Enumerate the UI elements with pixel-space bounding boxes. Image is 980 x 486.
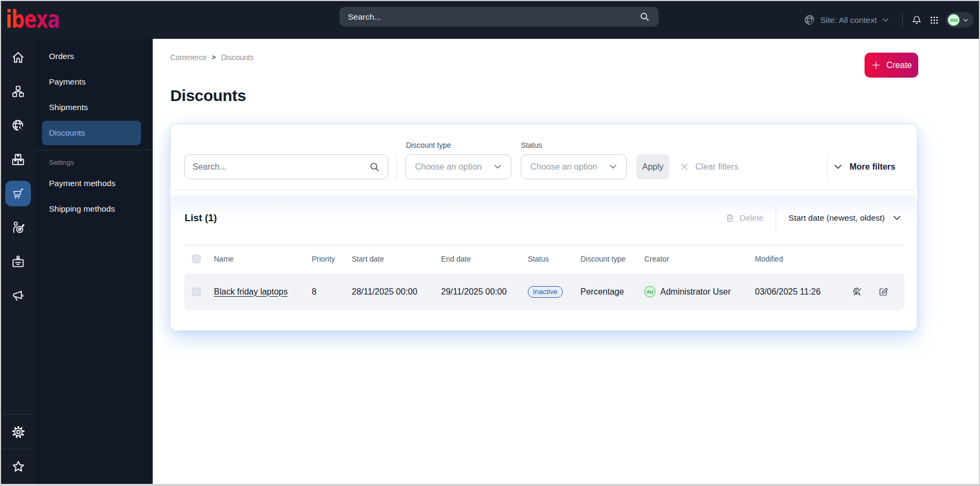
filter-search-input[interactable]: Search...	[184, 154, 388, 179]
plus-icon	[871, 60, 881, 70]
discount-name-link[interactable]: Black friday laptops	[214, 287, 288, 296]
sidebar-item-payment-methods[interactable]: Payment methods	[42, 171, 141, 196]
sidebar-item-payments[interactable]: Payments	[42, 70, 141, 94]
create-button-label: Create	[886, 61, 912, 70]
clear-filters-label: Clear filters	[695, 162, 738, 172]
chevron-down-icon	[833, 162, 843, 172]
sidebar-section-label: Settings	[49, 158, 153, 166]
sort-selector[interactable]: Start date (newest, oldest)	[788, 213, 902, 223]
grid-dots-icon	[929, 15, 939, 25]
rail-item-home[interactable]	[5, 45, 31, 70]
global-search-placeholder: Search...	[348, 12, 639, 22]
rail-item-settings[interactable]	[5, 419, 31, 445]
row-modified: 03/06/2025 11:26	[755, 287, 852, 297]
topbar: ibexa Search... Site: All context AU	[1, 1, 979, 39]
ibexa-logo[interactable]: ibexa	[6, 5, 60, 33]
row-checkbox[interactable]	[192, 288, 201, 296]
site-context-selector[interactable]: Site: All context	[803, 14, 890, 26]
rail-divider	[1, 414, 35, 415]
column-header-priority: Priority	[312, 255, 352, 263]
chevron-down-icon	[892, 213, 902, 223]
status-select[interactable]: Choose an option	[521, 154, 627, 179]
discount-type-select[interactable]: Choose an option	[405, 154, 511, 179]
rail-item-personalization[interactable]	[5, 215, 31, 240]
search-icon	[369, 161, 380, 173]
app-switcher-button[interactable]	[929, 14, 939, 26]
breadcrumb-discounts[interactable]: Discounts	[221, 53, 253, 62]
more-filters-label: More filters	[850, 162, 895, 172]
page-title: Discounts	[170, 87, 246, 105]
column-header-name: Name	[214, 255, 312, 263]
breadcrumb-commerce[interactable]: Commerce	[170, 53, 206, 62]
star-icon	[11, 459, 26, 474]
rail-item-products[interactable]	[5, 147, 31, 172]
clear-filters-button[interactable]: Clear filters	[680, 154, 738, 179]
megaphone-icon	[11, 289, 25, 303]
rail-item-content-tree[interactable]	[5, 79, 31, 104]
sidebar-menu: Orders Payments Shipments Discounts Sett…	[35, 39, 153, 484]
topbar-divider	[902, 13, 903, 27]
main-content: Commerce > Discounts Create Discounts Se…	[153, 39, 979, 484]
select-all-checkbox[interactable]	[192, 255, 201, 263]
column-header-creator: Creator	[644, 255, 755, 263]
row-creator: Administrator User	[660, 287, 730, 297]
user-menu[interactable]: AU	[946, 12, 974, 28]
column-header-start-date: Start date	[352, 255, 441, 263]
preview-disabled-icon[interactable]	[852, 287, 862, 297]
discount-type-value: Choose an option	[415, 162, 481, 172]
row-priority: 8	[312, 287, 352, 297]
column-header-discount-type: Discount type	[580, 255, 644, 263]
creator-avatar: AU	[644, 286, 655, 297]
filter-divider	[827, 155, 828, 179]
list-title: List (1)	[185, 212, 217, 224]
search-icon	[639, 11, 650, 22]
rail-item-site[interactable]	[5, 113, 31, 138]
rail-item-customer-portal[interactable]	[5, 249, 31, 274]
site-context-label: Site: All context	[820, 15, 877, 25]
chevron-down-icon	[962, 17, 969, 23]
topbar-right: Site: All context AU	[803, 1, 974, 39]
breadcrumb-separator: >	[212, 54, 215, 61]
delete-button[interactable]: Delete	[725, 213, 763, 223]
chevron-down-icon	[882, 16, 890, 24]
edit-icon[interactable]	[878, 287, 888, 297]
close-icon	[680, 162, 689, 171]
user-avatar: AU	[948, 14, 960, 26]
sidebar-item-orders[interactable]: Orders	[42, 44, 141, 69]
filters-panel: Search... Discount type Choose an option…	[170, 124, 917, 190]
column-header-end-date: End date	[441, 255, 528, 263]
personalization-icon	[11, 221, 25, 234]
global-search-input[interactable]: Search...	[339, 7, 659, 27]
row-discount-type: Percentage	[580, 287, 644, 297]
create-button[interactable]: Create	[865, 53, 918, 78]
notifications-button[interactable]	[911, 14, 922, 26]
rail-item-commerce[interactable]	[5, 181, 31, 206]
apply-button[interactable]: Apply	[636, 154, 669, 179]
trash-icon	[725, 213, 735, 223]
content-tree-icon	[11, 85, 25, 98]
table-row: Black friday laptops 8 28/11/2025 00:00 …	[184, 273, 904, 310]
rail-bottom	[1, 414, 35, 484]
product-boxes-icon	[11, 153, 25, 166]
rail-item-marketing[interactable]	[5, 283, 31, 308]
status-badge: Inactive	[528, 286, 563, 298]
sidebar-item-discounts[interactable]: Discounts	[42, 121, 141, 145]
sidebar-item-shipments[interactable]: Shipments	[42, 95, 141, 120]
row-start-date: 28/11/2025 00:00	[352, 287, 441, 297]
sidebar-item-shipping-methods[interactable]: Shipping methods	[42, 197, 141, 221]
bell-icon	[911, 15, 922, 26]
rail-divider	[1, 449, 35, 449]
icon-rail	[1, 39, 35, 484]
more-filters-button[interactable]: More filters	[833, 154, 895, 179]
rail-item-bookmarks[interactable]	[5, 454, 31, 479]
chevron-down-icon	[493, 162, 502, 171]
list-controls-divider	[776, 205, 776, 231]
list-panel: List (1) Delete Start date (newest, olde…	[170, 195, 917, 331]
sort-selector-label: Start date (newest, oldest)	[788, 213, 885, 223]
status-label: Status	[521, 141, 542, 149]
status-value: Choose an option	[530, 162, 597, 172]
column-header-modified: Modified	[755, 255, 852, 263]
row-end-date: 29/11/2025 00:00	[441, 287, 528, 297]
table-header: Name Priority Start date End date Status…	[184, 245, 904, 273]
delete-button-label: Delete	[740, 213, 763, 223]
